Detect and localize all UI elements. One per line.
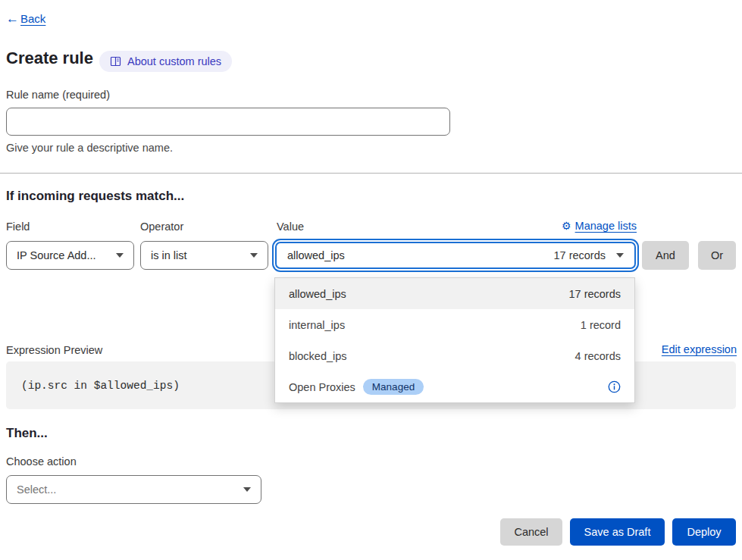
- back-arrow-icon: ←: [6, 12, 19, 25]
- action-select[interactable]: Select...: [6, 475, 261, 504]
- list-item-name: blocked_ips: [289, 350, 347, 362]
- list-item-name: allowed_ips: [289, 288, 346, 300]
- book-icon: [110, 56, 121, 67]
- chevron-down-icon: [116, 253, 124, 258]
- operator-select[interactable]: is in list: [140, 241, 268, 270]
- field-select[interactable]: IP Source Add...: [6, 241, 134, 270]
- page-title: Create rule: [6, 48, 93, 68]
- about-custom-rules-label: About custom rules: [127, 55, 221, 67]
- section-divider: [0, 173, 742, 174]
- choose-action-label: Choose action: [6, 455, 77, 468]
- back-link-label: Back: [20, 12, 45, 25]
- create-rule-page: ← Back Create rule About custom rules Ru…: [0, 0, 742, 560]
- match-section-heading: If incoming requests match...: [6, 189, 184, 204]
- edit-expression-link[interactable]: Edit expression: [662, 343, 737, 355]
- chevron-down-icon: [243, 487, 251, 492]
- managed-badge: Managed: [363, 379, 424, 395]
- list-item-count: 4 records: [575, 350, 621, 362]
- chevron-down-icon: [250, 253, 258, 258]
- save-as-draft-button[interactable]: Save as Draft: [570, 518, 665, 546]
- list-item-blocked-ips[interactable]: blocked_ips 4 records: [275, 340, 634, 371]
- deploy-button[interactable]: Deploy: [672, 518, 736, 546]
- action-select-placeholder: Select...: [17, 483, 56, 496]
- info-icon[interactable]: [608, 380, 621, 393]
- expression-code: (ip.src in $allowed_ips): [21, 380, 180, 392]
- operator-label: Operator: [140, 221, 183, 233]
- chevron-down-icon: [616, 253, 624, 258]
- list-item-count: 17 records: [568, 288, 621, 300]
- field-select-value: IP Source Add...: [17, 249, 96, 261]
- list-item-internal-ips[interactable]: internal_ips 1 record: [275, 309, 634, 340]
- list-item-allowed-ips[interactable]: allowed_ips 17 records: [275, 278, 634, 309]
- rule-name-helper-text: Give your rule a descriptive name.: [6, 142, 173, 154]
- value-select-value: allowed_ips: [287, 249, 345, 261]
- list-dropdown: allowed_ips 17 records internal_ips 1 re…: [274, 277, 635, 403]
- and-button[interactable]: And: [642, 241, 689, 270]
- value-label: Value: [277, 221, 304, 233]
- operator-select-value: is in list: [151, 249, 187, 261]
- field-label: Field: [6, 221, 30, 233]
- list-item-open-proxies[interactable]: Open Proxies Managed: [275, 371, 634, 402]
- then-section-heading: Then...: [6, 426, 48, 441]
- rule-name-input[interactable]: [6, 108, 450, 136]
- gear-icon: ⚙: [562, 221, 571, 231]
- or-button[interactable]: Or: [698, 241, 736, 270]
- manage-lists-link[interactable]: ⚙ Manage lists: [562, 220, 637, 232]
- list-item-name: internal_ips: [289, 319, 345, 331]
- value-select-record-count: 17 records: [553, 249, 606, 261]
- about-custom-rules-link[interactable]: About custom rules: [99, 51, 232, 72]
- back-link[interactable]: ← Back: [6, 12, 45, 25]
- cancel-button[interactable]: Cancel: [500, 518, 562, 546]
- value-select[interactable]: allowed_ips 17 records: [275, 242, 636, 269]
- list-item-name: Open Proxies: [289, 381, 355, 393]
- list-item-count: 1 record: [581, 319, 621, 331]
- manage-lists-label: Manage lists: [575, 220, 637, 232]
- rule-name-label: Rule name (required): [6, 89, 110, 101]
- expression-preview-label: Expression Preview: [6, 344, 102, 356]
